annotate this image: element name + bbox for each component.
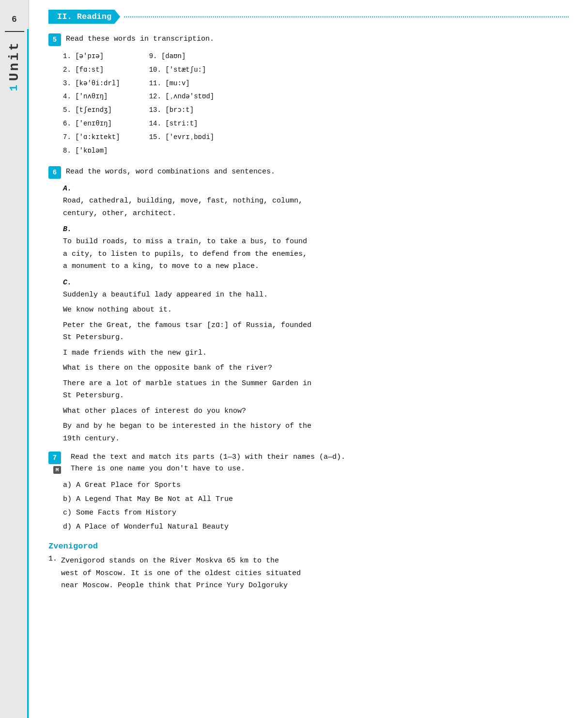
sub-section-a: A. Road, cathedral, building, move, fast… <box>63 185 569 219</box>
transcription-col-1: 1. [ə'pɪə] 2. [fɑ:st] 3. [kə'θi:drl] 4. … <box>63 51 120 156</box>
transcription-item-1: 1. [ə'pɪə] <box>63 51 120 62</box>
page: 6 Unit 1 II. Reading 5 Read these words … <box>0 0 588 718</box>
section-header: II. Reading <box>48 10 569 24</box>
sidebar-page-number: 6 <box>12 15 17 24</box>
sub-c-line-3: I made friends with the new girl. <box>63 347 569 359</box>
transcription-item-12: 12. [ˌʌndə'stʊd] <box>149 91 215 103</box>
transcription-item-11: 11. [mu:v] <box>149 78 215 90</box>
exercise-7-row: 7 M Read the text and match its parts (1… <box>48 452 569 475</box>
exercise-7-badge: 7 <box>48 452 61 464</box>
zvenigorod-para-1: 1. Zvenigorod stands on the River Moskva… <box>48 555 569 592</box>
sub-c-line-2: Peter the Great, the famous tsar [zɑ:] o… <box>63 319 569 344</box>
exercise-6-badge: 6 <box>48 166 61 179</box>
transcription-item-2: 2. [fɑ:st] <box>63 64 120 76</box>
exercise-7-instruction: Read the text and match its parts (1—3) … <box>71 452 345 463</box>
transcription-item-10: 10. ['stætʃu:] <box>149 64 215 76</box>
transcription-item-9: 9. [daʊn] <box>149 51 215 62</box>
option-a: a) A Great Place for Sports <box>63 479 569 493</box>
exercise-7-badges: 7 M <box>48 452 66 474</box>
sub-c-line-0: Suddenly a beautiful lady appeared in th… <box>63 289 569 301</box>
sub-a-label: A. <box>63 185 569 193</box>
sub-c-line-5: There are a lot of marble statues in the… <box>63 377 569 402</box>
para-1-text: Zvenigorod stands on the River Moskva 65… <box>61 555 301 592</box>
option-d: d) A Place of Wonderful Natural Beauty <box>63 520 569 534</box>
transcription-item-8: 8. ['kɒləm] <box>63 145 120 157</box>
exercise-6-instruction: Read the words, word combinations and se… <box>66 166 275 178</box>
exercise-6-row: 6 Read the words, word combinations and … <box>48 166 569 179</box>
sidebar: 6 Unit 1 <box>0 0 29 718</box>
transcription-section: 1. [ə'pɪə] 2. [fɑ:st] 3. [kə'θi:drl] 4. … <box>63 51 569 156</box>
zvenigorod-section: Zvenigorod 1. Zvenigorod stands on the R… <box>48 542 569 592</box>
transcription-col-2: 9. [daʊn] 10. ['stætʃu:] 11. [mu:v] 12. … <box>149 51 215 156</box>
sidebar-accent-line <box>27 29 29 718</box>
transcription-item-6: 6. ['enɪθɪŋ] <box>63 118 120 130</box>
sub-c-line-1: We know nothing about it. <box>63 304 569 316</box>
exercise-7-instructions: Read the text and match its parts (1—3) … <box>71 452 345 475</box>
sub-c-line-7: By and by he began to be interested in t… <box>63 420 569 445</box>
transcription-item-7: 7. ['ɑ:kɪtekt] <box>63 132 120 143</box>
exercise-5-row: 5 Read these words in transcription. <box>48 33 569 46</box>
transcription-item-3: 3. [kə'θi:drl] <box>63 78 120 90</box>
transcription-item-14: 14. [stri:t] <box>149 118 215 130</box>
sidebar-unit-label: Unit <box>7 41 22 81</box>
sub-b-label: B. <box>63 225 569 234</box>
exercise-7-options: a) A Great Place for Sports b) A Legend … <box>63 479 569 534</box>
exercise-5-badge: 5 <box>48 33 61 46</box>
media-badge: M <box>53 466 62 474</box>
transcription-item-15: 15. ['evrɪˌbɒdi] <box>149 132 215 143</box>
para-1-number: 1. <box>48 555 57 563</box>
sub-c-lines: Suddenly a beautiful lady appeared in th… <box>63 289 569 445</box>
zvenigorod-heading: Zvenigorod <box>48 542 569 551</box>
main-content: II. Reading 5 Read these words in transc… <box>29 0 588 718</box>
option-b: b) A Legend That May Be Not at All True <box>63 493 569 507</box>
exercise-7-container: 7 M Read the text and match its parts (1… <box>48 452 569 534</box>
sub-a-text: Road, cathedral, building, move, fast, n… <box>63 195 569 219</box>
sub-c-label: C. <box>63 279 569 287</box>
exercise-5-instruction: Read these words in transcription. <box>66 33 214 45</box>
sub-section-b: B. To build roads, to miss a train, to t… <box>63 225 569 273</box>
sub-b-text: To build roads, to miss a train, to take… <box>63 235 569 273</box>
sub-c-line-4: What is there on the opposite bank of th… <box>63 362 569 375</box>
transcription-item-5: 5. [tʃeɪndʒ] <box>63 105 120 116</box>
transcription-item-13: 13. [brɔ:t] <box>149 105 215 116</box>
option-c: c) Some Facts from History <box>63 506 569 520</box>
sub-c-line-6: What other places of interest do you kno… <box>63 405 569 418</box>
sub-section-c: C. Suddenly a beautiful lady appeared in… <box>63 279 569 445</box>
section-dots <box>124 16 569 17</box>
sidebar-unit-number: 1 <box>8 85 20 91</box>
section-badge: II. Reading <box>48 10 120 24</box>
exercise-7-instruction2: There is one name you don't have to use. <box>71 463 345 475</box>
transcription-item-4: 4. ['nʌθɪŋ] <box>63 91 120 103</box>
